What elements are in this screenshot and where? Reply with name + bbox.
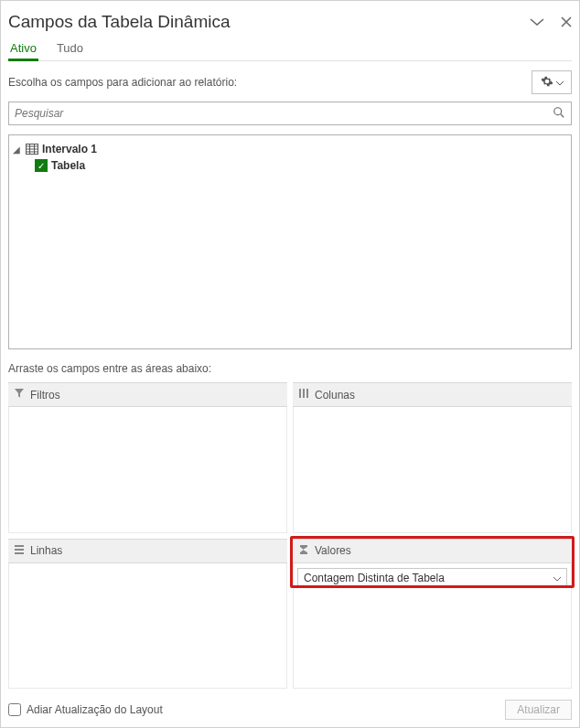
filters-area[interactable]: Filtros (8, 382, 287, 533)
values-label: Valores (315, 544, 351, 557)
rows-label: Linhas (30, 544, 62, 557)
instruction-row: Escolha os campos para adicionar ao rela… (8, 70, 572, 94)
svg-rect-8 (299, 389, 301, 398)
value-field-item[interactable]: Contagem Distinta de Tabela (297, 568, 567, 588)
group-label: Intervalo 1 (42, 143, 97, 155)
values-header: Valores (293, 539, 572, 563)
update-button: Atualizar (505, 700, 572, 720)
values-area[interactable]: Valores Contagem Distinta de Tabela (293, 539, 572, 690)
columns-area[interactable]: Colunas (293, 382, 572, 533)
svg-rect-12 (15, 549, 24, 551)
rows-icon (14, 544, 25, 558)
search-box[interactable] (8, 102, 572, 125)
chevron-down-icon[interactable] (553, 572, 561, 584)
svg-rect-10 (306, 389, 308, 398)
svg-rect-13 (15, 552, 24, 554)
field-instruction: Escolha os campos para adicionar ao rela… (8, 76, 237, 89)
drag-instruction: Arraste os campos entre as áreas abaixo: (8, 362, 572, 375)
filters-header: Filtros (8, 382, 287, 407)
columns-icon (298, 388, 309, 401)
columns-label: Colunas (315, 389, 355, 401)
sigma-icon (298, 544, 309, 558)
field-label: Tabela (51, 159, 85, 172)
field-group[interactable]: ◢ Intervalo 1 (13, 141, 567, 157)
field-list[interactable]: ◢ Intervalo 1 ✓ Tabela (8, 134, 572, 349)
chevron-down-icon (556, 76, 564, 89)
columns-header: Colunas (293, 382, 572, 407)
drop-areas: Filtros Colunas Linhas (8, 382, 572, 689)
filters-label: Filtros (30, 389, 60, 401)
filter-icon (14, 388, 25, 401)
svg-line-1 (561, 113, 564, 117)
collapse-icon[interactable]: ◢ (13, 145, 22, 155)
table-icon (26, 144, 38, 155)
values-body[interactable]: Contagem Distinta de Tabela (293, 563, 572, 690)
settings-button[interactable] (532, 70, 572, 94)
tabs: Ativo Tudo (8, 37, 572, 61)
filters-body[interactable] (8, 407, 287, 533)
defer-label: Adiar Atualização do Layout (27, 703, 163, 716)
tab-all[interactable]: Tudo (55, 37, 85, 60)
svg-point-0 (554, 107, 562, 114)
chevron-down-icon[interactable] (530, 17, 544, 27)
pivot-fields-pane: Campos da Tabela Dinâmica Ativo Tudo Esc… (0, 0, 580, 728)
tab-active[interactable]: Ativo (8, 37, 38, 60)
header-controls (530, 16, 572, 27)
search-input[interactable] (15, 107, 553, 120)
rows-area[interactable]: Linhas (8, 539, 287, 690)
svg-rect-11 (15, 545, 24, 547)
checkbox-checked-icon[interactable]: ✓ (35, 159, 48, 172)
columns-body[interactable] (293, 407, 572, 533)
close-icon[interactable] (561, 16, 572, 27)
value-field-label: Contagem Distinta de Tabela (304, 572, 445, 584)
defer-layout[interactable]: Adiar Atualização do Layout (8, 703, 163, 716)
rows-header: Linhas (8, 539, 287, 563)
defer-checkbox[interactable] (8, 703, 21, 716)
pane-header: Campos da Tabela Dinâmica (8, 8, 572, 37)
search-icon (553, 106, 565, 122)
rows-body[interactable] (8, 563, 287, 690)
gear-icon (541, 75, 553, 91)
field-item[interactable]: ✓ Tabela (13, 157, 567, 174)
footer: Adiar Atualização do Layout Atualizar (8, 696, 572, 720)
pane-title: Campos da Tabela Dinâmica (8, 12, 231, 32)
svg-rect-9 (303, 389, 305, 398)
